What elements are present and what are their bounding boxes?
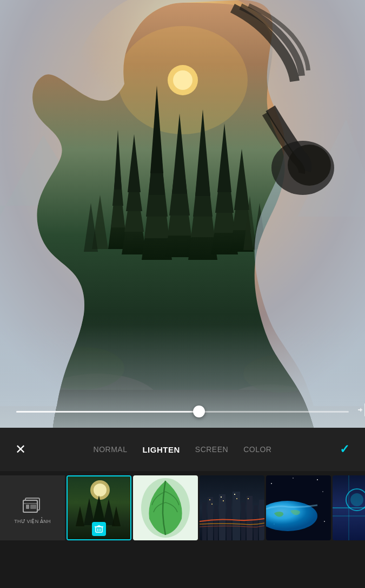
gallery-strip: THƯ VIỆN ẢNH [0,471,365,545]
blend-mode-normal[interactable]: NORMAL [94,445,128,454]
game-thumbnail [333,475,365,540]
svg-rect-89 [254,505,258,540]
svg-rect-93 [221,496,222,498]
leaf-thumbnail [133,475,198,540]
slider-thumb[interactable] [193,406,205,417]
svg-rect-91 [209,499,210,500]
blend-mode-lighten[interactable]: LIGHTEN [142,445,180,454]
svg-point-10 [118,26,248,134]
gallery-item-space[interactable] [266,475,331,540]
comparison-slider[interactable] [16,410,349,413]
svg-rect-55 [358,409,362,410]
svg-rect-71 [96,527,102,532]
library-label: THƯ VIỆN ẢNH [12,519,52,524]
close-button[interactable]: ✕ [11,440,30,459]
svg-rect-83 [214,505,218,540]
svg-point-100 [317,479,318,480]
blend-modes-list: NORMAL LIGHTEN SCREEN COLOR [30,445,335,454]
svg-point-101 [322,491,323,492]
slider-track [16,411,349,413]
svg-point-111 [350,493,363,506]
photo-canvas [0,0,365,428]
svg-point-103 [324,521,325,522]
gallery-item-game[interactable] [333,475,365,540]
compare-icon [358,402,365,421]
svg-rect-96 [236,498,237,499]
svg-point-65 [94,484,107,496]
blend-mode-screen[interactable]: SCREEN [195,445,228,454]
svg-rect-87 [241,502,245,540]
city-thumbnail [200,475,264,540]
blend-mode-toolbar: ✕ NORMAL LIGHTEN SCREEN COLOR ✓ [0,428,365,471]
svg-rect-62 [30,505,36,509]
svg-point-104 [293,478,294,479]
scene-svg [0,0,365,428]
svg-rect-94 [223,500,224,501]
gallery-item-leaf[interactable] [133,475,198,540]
gallery-item-forest[interactable] [67,475,131,540]
svg-rect-84 [219,494,225,540]
svg-rect-92 [211,504,213,505]
gallery-item-city[interactable] [200,475,264,540]
space-thumbnail [266,475,331,540]
svg-rect-88 [247,496,253,540]
svg-rect-61 [26,505,29,509]
svg-point-99 [271,483,272,484]
delete-button[interactable] [92,522,106,536]
svg-rect-97 [248,498,249,499]
confirm-button[interactable]: ✓ [335,440,354,459]
svg-rect-90 [259,500,264,540]
library-button[interactable]: THƯ VIỆN ẢNH [0,475,65,540]
svg-rect-95 [234,494,235,495]
slider-fill [16,411,199,413]
library-icon [21,492,44,514]
blend-mode-color[interactable]: COLOR [243,445,271,454]
